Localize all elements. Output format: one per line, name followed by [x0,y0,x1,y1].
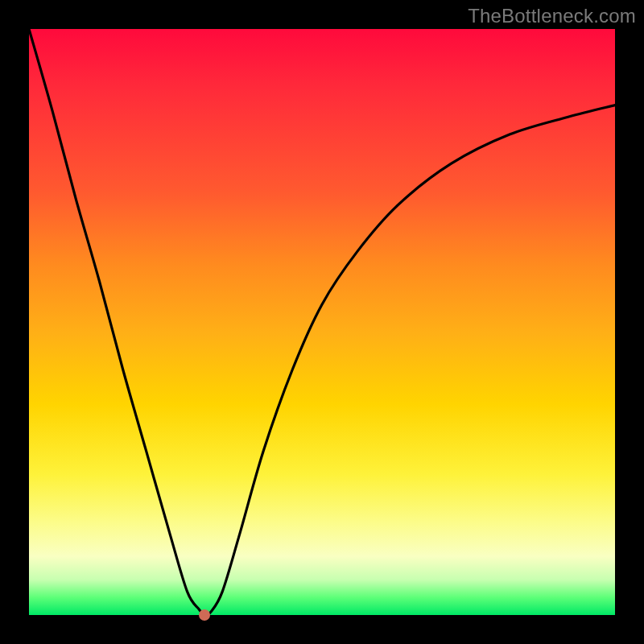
chart-frame: TheBottleneck.com [0,0,644,644]
watermark-text: TheBottleneck.com [468,5,636,27]
plot-area [29,29,615,615]
optimum-marker [199,609,210,621]
bottleneck-curve [29,29,615,615]
